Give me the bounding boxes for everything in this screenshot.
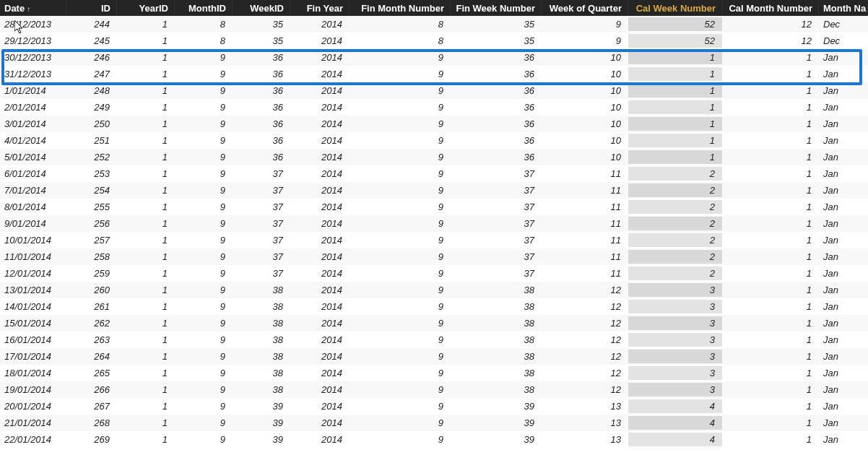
cell-fmonth[interactable]: 9	[350, 233, 451, 247]
cell-woq[interactable]: 12	[542, 333, 628, 347]
cell-date[interactable]: 6/01/2014	[0, 167, 66, 181]
cell-cmn[interactable]: 1	[722, 67, 819, 81]
table-row[interactable]: 17/01/2014264193820149381231Jan	[0, 348, 868, 365]
cell-woq[interactable]: 12	[542, 350, 628, 363]
cell-cwn[interactable]: 2	[628, 183, 722, 197]
table-row[interactable]: 6/01/2014253193720149371121Jan	[0, 165, 868, 182]
cell-mname[interactable]: Jan	[819, 200, 868, 214]
cell-fyear[interactable]: 2014	[290, 350, 350, 363]
cell-woq[interactable]: 11	[542, 167, 628, 181]
cell-fmonth[interactable]: 9	[350, 333, 451, 347]
cell-fmonth[interactable]: 9	[350, 350, 451, 363]
cell-woq[interactable]: 10	[542, 150, 628, 164]
cell-fweek[interactable]: 36	[451, 150, 542, 164]
cell-cwn[interactable]: 4	[628, 433, 722, 446]
cell-date[interactable]: 29/12/2013	[0, 34, 66, 48]
column-header-fyear[interactable]: Fin Year	[290, 1, 350, 16]
cell-fyear[interactable]: 2014	[290, 100, 350, 114]
cell-id[interactable]: 267	[66, 399, 117, 413]
cell-id[interactable]: 265	[66, 366, 117, 380]
cell-fweek[interactable]: 38	[451, 316, 542, 330]
cell-fweek[interactable]: 37	[451, 250, 542, 264]
table-row[interactable]: 31/12/2013247193620149361011Jan	[0, 66, 868, 82]
cell-fweek[interactable]: 35	[451, 17, 542, 31]
cell-cmn[interactable]: 1	[722, 266, 819, 280]
cell-id[interactable]: 250	[66, 117, 117, 131]
cell-cmn[interactable]: 1	[722, 233, 819, 247]
cell-fweek[interactable]: 37	[451, 183, 542, 197]
cell-weekid[interactable]: 36	[233, 117, 290, 131]
cell-cwn[interactable]: 3	[628, 383, 722, 396]
cell-fmonth[interactable]: 9	[350, 383, 451, 396]
cell-id[interactable]: 258	[66, 250, 117, 264]
table-row[interactable]: 20/01/2014267193920149391341Jan	[0, 398, 868, 415]
cell-woq[interactable]: 11	[542, 200, 628, 214]
cell-cmn[interactable]: 1	[722, 433, 819, 446]
cell-id[interactable]: 259	[66, 266, 117, 280]
cell-cmn[interactable]: 1	[722, 167, 819, 181]
cell-yearid[interactable]: 1	[117, 416, 175, 430]
cell-fmonth[interactable]: 9	[350, 399, 451, 413]
column-header-fmonth[interactable]: Fin Month Number	[350, 1, 451, 16]
cell-fweek[interactable]: 37	[451, 200, 542, 214]
cell-date[interactable]: 3/01/2014	[0, 117, 66, 131]
cell-fyear[interactable]: 2014	[290, 167, 350, 181]
cell-fmonth[interactable]: 9	[350, 316, 451, 330]
cell-fyear[interactable]: 2014	[290, 17, 350, 31]
cell-mname[interactable]: Jan	[819, 300, 868, 313]
cell-fyear[interactable]: 2014	[290, 183, 350, 197]
cell-monthid[interactable]: 9	[175, 67, 233, 81]
cell-cmn[interactable]: 1	[722, 399, 819, 413]
cell-cmn[interactable]: 1	[722, 283, 819, 297]
column-header-mname[interactable]: Month Na	[819, 1, 868, 16]
cell-fmonth[interactable]: 8	[350, 34, 451, 48]
cell-date[interactable]: 7/01/2014	[0, 183, 66, 197]
cell-weekid[interactable]: 36	[233, 100, 290, 114]
cell-fyear[interactable]: 2014	[290, 283, 350, 297]
cell-woq[interactable]: 11	[542, 266, 628, 280]
cell-mname[interactable]: Jan	[819, 217, 868, 230]
cell-monthid[interactable]: 9	[175, 383, 233, 396]
cell-fweek[interactable]: 37	[451, 217, 542, 230]
column-header-fweek[interactable]: Fin Week Number	[451, 1, 542, 16]
cell-date[interactable]: 16/01/2014	[0, 333, 66, 347]
cell-yearid[interactable]: 1	[117, 84, 175, 98]
cell-yearid[interactable]: 1	[117, 266, 175, 280]
cell-monthid[interactable]: 9	[175, 51, 233, 64]
cell-weekid[interactable]: 36	[233, 134, 290, 147]
cell-cmn[interactable]: 1	[722, 100, 819, 114]
cell-weekid[interactable]: 36	[233, 51, 290, 64]
cell-cmn[interactable]: 1	[722, 366, 819, 380]
column-header-monthid[interactable]: MonthID	[175, 1, 233, 16]
cell-mname[interactable]: Jan	[819, 383, 868, 396]
cell-date[interactable]: 4/01/2014	[0, 134, 66, 147]
cell-weekid[interactable]: 36	[233, 67, 290, 81]
cell-date[interactable]: 11/01/2014	[0, 250, 66, 264]
cell-woq[interactable]: 12	[542, 300, 628, 313]
cell-fmonth[interactable]: 9	[350, 117, 451, 131]
cell-monthid[interactable]: 8	[175, 17, 233, 31]
cell-fweek[interactable]: 38	[451, 283, 542, 297]
cell-weekid[interactable]: 39	[233, 433, 290, 446]
cell-weekid[interactable]: 35	[233, 34, 290, 48]
cell-date[interactable]: 30/12/2013	[0, 51, 66, 64]
cell-monthid[interactable]: 9	[175, 366, 233, 380]
table-row[interactable]: 3/01/2014250193620149361011Jan	[0, 116, 868, 132]
cell-fyear[interactable]: 2014	[290, 217, 350, 230]
cell-fyear[interactable]: 2014	[290, 34, 350, 48]
cell-monthid[interactable]: 9	[175, 183, 233, 197]
table-row[interactable]: 9/01/2014256193720149371121Jan	[0, 215, 868, 232]
cell-id[interactable]: 254	[66, 183, 117, 197]
cell-fyear[interactable]: 2014	[290, 117, 350, 131]
cell-monthid[interactable]: 9	[175, 333, 233, 347]
cell-weekid[interactable]: 37	[233, 233, 290, 247]
cell-fyear[interactable]: 2014	[290, 134, 350, 147]
cell-yearid[interactable]: 1	[117, 300, 175, 313]
cell-yearid[interactable]: 1	[117, 200, 175, 214]
cell-weekid[interactable]: 37	[233, 250, 290, 264]
cell-fmonth[interactable]: 9	[350, 300, 451, 313]
table-row[interactable]: 28/12/20132441835201483595212Dec	[0, 16, 868, 32]
cell-fweek[interactable]: 39	[451, 399, 542, 413]
table-row[interactable]: 11/01/2014258193720149371121Jan	[0, 248, 868, 265]
cell-mname[interactable]: Jan	[819, 117, 868, 131]
